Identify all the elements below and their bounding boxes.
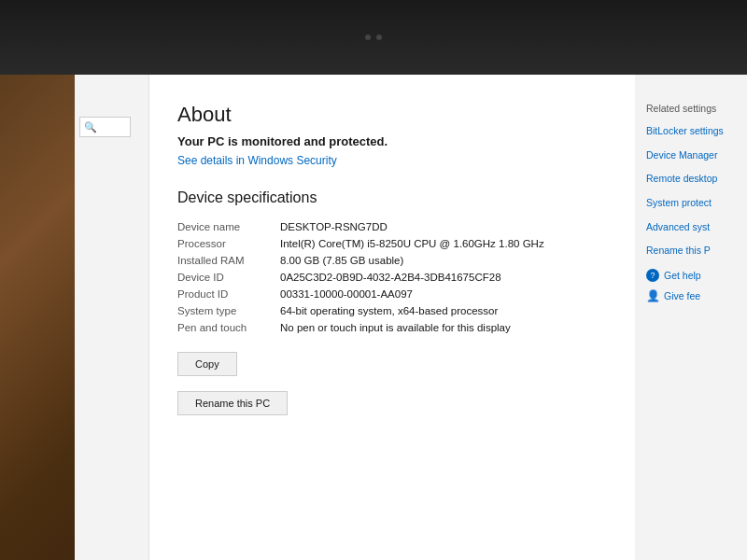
copy-button[interactable]: Copy (177, 352, 237, 376)
spec-value: 8.00 GB (7.85 GB usable) (280, 255, 626, 266)
rename-pc-button[interactable]: Rename this PC (177, 391, 288, 415)
spec-label: Pen and touch (177, 322, 280, 333)
rename-button-container: Rename this PC (177, 391, 626, 423)
page-title: About (177, 103, 626, 127)
camera-dot-right (376, 35, 382, 40)
spec-label: Installed RAM (177, 255, 280, 266)
table-row: Installed RAM8.00 GB (7.85 GB usable) (177, 255, 626, 266)
get-help-row[interactable]: ? Get help (646, 269, 736, 282)
windows-security-link[interactable]: See details in Windows Security (177, 154, 626, 167)
search-icon: 🔍 (84, 121, 97, 133)
laptop-bezel (0, 0, 747, 75)
spec-value: No pen or touch input is available for t… (280, 322, 626, 333)
table-row: System type64-bit operating system, x64-… (177, 305, 626, 316)
spec-value: 64-bit operating system, x64-based proce… (280, 305, 626, 316)
related-settings-link[interactable]: System protect (646, 197, 736, 210)
spec-value: 0A25C3D2-0B9D-4032-A2B4-3DB41675CF28 (280, 272, 626, 283)
related-settings-link[interactable]: Remote desktop (646, 173, 736, 186)
spec-label: Device ID (177, 272, 280, 283)
related-links-list: BitLocker settingsDevice ManagerRemote d… (646, 125, 736, 258)
sidebar-search-box[interactable]: 🔍 (79, 117, 131, 137)
spec-label: Product ID (177, 288, 280, 300)
related-settings-link[interactable]: Rename this P (646, 245, 736, 258)
spec-label: System type (177, 305, 280, 316)
table-row: Device nameDESKTOP-RSNG7DD (177, 221, 626, 232)
spec-value: DESKTOP-RSNG7DD (280, 221, 626, 232)
spec-value: 00331-10000-00001-AA097 (280, 288, 626, 300)
device-specs-heading: Device specifications (177, 189, 626, 206)
give-feedback-row[interactable]: 👤 Give fee (646, 289, 736, 302)
feedback-icon: 👤 (646, 289, 659, 302)
desk-surface (0, 75, 75, 560)
related-settings-link[interactable]: Advanced syst (646, 221, 736, 234)
table-row: Pen and touchNo pen or touch input is av… (177, 322, 626, 333)
main-content: About Your PC is monitored and protected… (149, 75, 654, 560)
get-help-icon: ? (646, 269, 659, 282)
sidebar: 🔍 (75, 75, 149, 560)
table-row: Product ID00331-10000-00001-AA097 (177, 288, 626, 300)
spec-label: Device name (177, 221, 280, 232)
screen: 🔍 About Your PC is monitored and protect… (75, 75, 747, 560)
copy-button-container: Copy (177, 352, 626, 384)
related-settings-link[interactable]: Device Manager (646, 149, 736, 162)
related-settings-link[interactable]: BitLocker settings (646, 125, 736, 138)
right-panel: Related settings BitLocker settingsDevic… (635, 75, 747, 560)
related-settings-heading: Related settings (646, 103, 736, 114)
device-specs-table: Device nameDESKTOP-RSNG7DDProcessorIntel… (177, 221, 626, 333)
security-status-text: Your PC is monitored and protected. (177, 134, 626, 148)
give-feedback-label: Give fee (664, 290, 700, 301)
spec-label: Processor (177, 238, 280, 249)
camera-dot-left (365, 35, 371, 40)
get-help-label: Get help (664, 270, 701, 281)
table-row: ProcessorIntel(R) Core(TM) i5-8250U CPU … (177, 238, 626, 249)
spec-value: Intel(R) Core(TM) i5-8250U CPU @ 1.60GHz… (280, 238, 626, 249)
table-row: Device ID0A25C3D2-0B9D-4032-A2B4-3DB4167… (177, 272, 626, 283)
